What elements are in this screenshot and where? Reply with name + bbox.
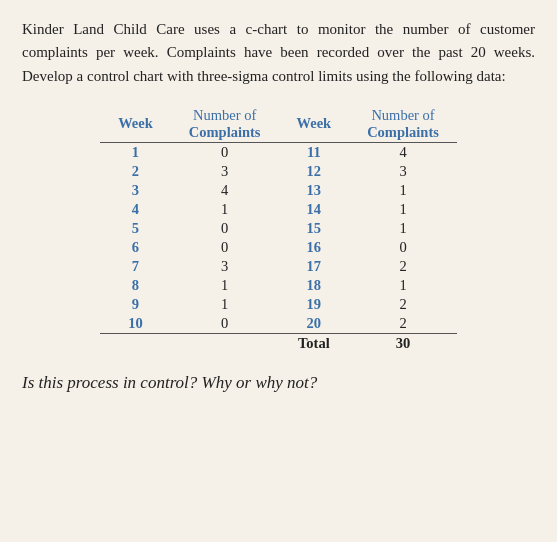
col3-line2: Complaints: [367, 124, 439, 140]
table-row: 8: [100, 276, 171, 295]
table-row: 3: [100, 181, 171, 200]
col-week2-header: Week: [279, 106, 350, 143]
table-row: 1: [171, 295, 279, 314]
col1-line1: Number of: [193, 107, 256, 123]
table-row: 5: [100, 219, 171, 238]
table-row: 3: [171, 162, 279, 181]
table-row: 10: [100, 314, 171, 334]
table-row: 4: [100, 200, 171, 219]
table-row: 0: [171, 219, 279, 238]
table-row: 1: [349, 181, 457, 200]
table-row: 3: [349, 162, 457, 181]
table-row: 1: [171, 276, 279, 295]
table-row: 9: [100, 295, 171, 314]
table-row: 13: [279, 181, 350, 200]
table-row: 11: [279, 142, 350, 162]
table-row: 1: [171, 200, 279, 219]
table-row: 0: [171, 314, 279, 334]
col-complaints1-header: Number of Complaints: [171, 106, 279, 143]
table-row: 6: [100, 238, 171, 257]
table-row: 19: [279, 295, 350, 314]
table-wrapper: Week Number of Complaints Week Number of…: [22, 106, 535, 353]
col-week1-header: Week: [100, 106, 171, 143]
table-row: 2: [349, 295, 457, 314]
table-row: 1: [349, 219, 457, 238]
table-row: 2: [349, 257, 457, 276]
table-row: 0: [349, 238, 457, 257]
table-row: 1: [349, 276, 457, 295]
table-row: 7: [100, 257, 171, 276]
table-row: 18: [279, 276, 350, 295]
table-row: 3: [171, 257, 279, 276]
total-empty1: [100, 333, 171, 353]
table-row: 2: [100, 162, 171, 181]
col1-line2: Complaints: [189, 124, 261, 140]
table-row: 0: [171, 238, 279, 257]
col3-line1: Number of: [371, 107, 434, 123]
intro-paragraph: Kinder Land Child Care uses a c-chart to…: [22, 18, 535, 88]
table-row: 1: [100, 142, 171, 162]
table-row: 4: [171, 181, 279, 200]
total-value: 30: [349, 333, 457, 353]
col-complaints2-header: Number of Complaints: [349, 106, 457, 143]
table-row: 16: [279, 238, 350, 257]
table-row: 15: [279, 219, 350, 238]
data-table: Week Number of Complaints Week Number of…: [100, 106, 457, 353]
table-row: 12: [279, 162, 350, 181]
table-row: 4: [349, 142, 457, 162]
table-row: 0: [171, 142, 279, 162]
total-label: Total: [279, 333, 350, 353]
table-row: 14: [279, 200, 350, 219]
table-row: 17: [279, 257, 350, 276]
table-row: 1: [349, 200, 457, 219]
table-row: 20: [279, 314, 350, 334]
table-row: 2: [349, 314, 457, 334]
total-empty2: [171, 333, 279, 353]
question-paragraph: Is this process in control? Why or why n…: [22, 371, 535, 395]
